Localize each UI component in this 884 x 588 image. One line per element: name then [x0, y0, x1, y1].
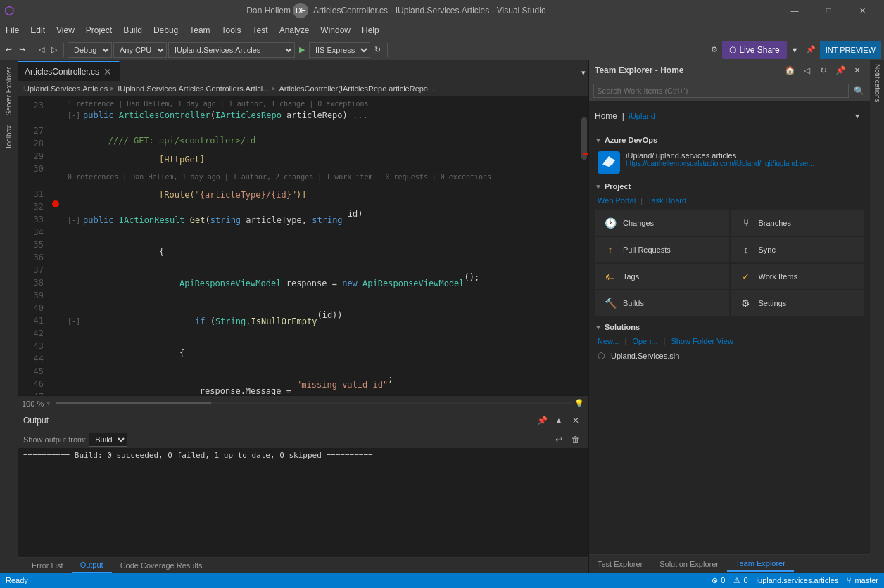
branches-label: Branches: [759, 219, 791, 227]
task-board-link[interactable]: Task Board: [648, 196, 686, 205]
tags-button[interactable]: 🏷 Tags: [595, 264, 729, 289]
maximize-button[interactable]: □: [812, 0, 845, 21]
output-expand-button[interactable]: ▲: [552, 414, 566, 428]
branches-button[interactable]: ⑂ Branches: [731, 210, 865, 236]
menu-build[interactable]: Build: [118, 21, 148, 39]
output-wrap-button[interactable]: ↩: [552, 433, 566, 447]
azure-collapse-icon[interactable]: ▼: [595, 136, 602, 144]
menu-analyze[interactable]: Analyze: [274, 21, 315, 39]
solutions-section-title: Solutions: [605, 323, 640, 331]
run-config-dropdown[interactable]: IIS Express: [309, 42, 370, 58]
new-solution-link[interactable]: New...: [598, 337, 619, 345]
solution-icon: ⬡: [598, 351, 605, 361]
tab-solution-explorer[interactable]: Solution Explorer: [651, 556, 727, 572]
menu-test[interactable]: Test: [247, 21, 274, 39]
search-button[interactable]: 🔍: [852, 84, 866, 98]
menu-tools[interactable]: Tools: [216, 21, 247, 39]
expand-35[interactable]: [-]: [68, 315, 80, 328]
status-project[interactable]: iupland.services.articles: [757, 576, 839, 584]
avatar: DH: [293, 3, 308, 18]
redo-button[interactable]: ↪: [16, 41, 28, 58]
builds-button[interactable]: 🔨 Builds: [595, 290, 729, 316]
path-segment-3[interactable]: ArticlesController(IArticlesRepo article…: [279, 84, 434, 93]
expand-23[interactable]: [-]: [68, 109, 80, 122]
solutions-collapse-icon[interactable]: ▼: [595, 324, 602, 331]
notifications-icon[interactable]: Notifications: [871, 61, 884, 105]
tab-team-explorer[interactable]: Team Explorer: [727, 556, 794, 572]
int-preview-button[interactable]: INT PREVIEW: [820, 41, 881, 59]
path-segment-1[interactable]: IUpland.Services.Articles: [22, 84, 108, 93]
output-close-button[interactable]: ✕: [569, 414, 583, 428]
warning-icon: ⚠: [733, 576, 740, 585]
output-pin-button[interactable]: 📌: [535, 414, 549, 428]
refresh-button[interactable]: ↻: [372, 41, 384, 58]
minimize-button[interactable]: —: [778, 0, 811, 21]
web-portal-link[interactable]: Web Portal: [598, 196, 636, 205]
show-folder-link[interactable]: Show Folder View: [671, 337, 733, 345]
home-expand-button[interactable]: ▾: [850, 109, 864, 123]
menu-view[interactable]: View: [51, 21, 80, 39]
repo-url[interactable]: https://danhellem.visualstudio.com/iUpla…: [626, 160, 861, 167]
changes-button[interactable]: 🕐 Changes: [595, 210, 729, 236]
project-dropdown[interactable]: IUpland.Services.Articles: [168, 42, 295, 58]
settings-button[interactable]: ⚙ Settings: [731, 290, 865, 316]
status-branch[interactable]: ⑂ master: [847, 576, 878, 584]
zoom-level[interactable]: 100 %: [22, 400, 44, 408]
open-solution-link[interactable]: Open...: [632, 337, 657, 345]
search-input[interactable]: [593, 84, 849, 98]
scroll-thumb-h[interactable]: [56, 402, 211, 404]
editor-scrollbar[interactable]: [580, 96, 588, 395]
pin-button[interactable]: 📌: [803, 41, 819, 58]
solution-file-item[interactable]: ⬡ IUpland.Services.sln: [589, 348, 870, 364]
menu-debug[interactable]: Debug: [148, 21, 184, 39]
status-errors[interactable]: ⊗ 0: [712, 576, 725, 585]
close-button[interactable]: ✕: [846, 0, 878, 21]
sidebar-item-toolbox[interactable]: Toolbox: [4, 121, 14, 153]
menu-window[interactable]: Window: [315, 21, 356, 39]
run-button[interactable]: ▶: [296, 41, 308, 58]
output-title: Output: [23, 416, 49, 426]
pull-requests-button[interactable]: ↑ Pull Requests: [595, 237, 729, 262]
path-segment-2[interactable]: IUpland.Services.Articles.Controllers.Ar…: [118, 84, 269, 93]
filter-button[interactable]: ▼: [788, 41, 802, 58]
menu-edit[interactable]: Edit: [25, 21, 51, 39]
pin-te-button[interactable]: 📌: [833, 63, 847, 77]
scroll-tabs-button[interactable]: ▾: [579, 64, 588, 81]
code-editor[interactable]: 23 _ 27 28 29 30 _ 31 32 33 34 35 36 37 …: [18, 96, 588, 395]
breakpoint-indicator: [52, 200, 59, 207]
tab-code-coverage[interactable]: Code Coverage Results: [112, 558, 211, 573]
tab-test-explorer[interactable]: Test Explorer: [589, 556, 651, 572]
live-share-button[interactable]: ⬡ Live Share: [722, 41, 786, 59]
home-button[interactable]: 🏠: [783, 63, 797, 77]
menu-help[interactable]: Help: [356, 21, 385, 39]
expand-31[interactable]: [-]: [68, 214, 80, 226]
nav-back-button[interactable]: ◁: [36, 41, 47, 58]
output-clear-button[interactable]: 🗑: [569, 433, 583, 447]
branches-icon: ⑂: [739, 216, 753, 230]
undo-button[interactable]: ↩: [3, 41, 15, 58]
status-ready[interactable]: Ready: [6, 576, 28, 584]
menu-bar: File Edit View Project Build Debug Team …: [0, 21, 884, 39]
menu-project[interactable]: Project: [80, 21, 118, 39]
menu-team[interactable]: Team: [184, 21, 215, 39]
close-te-button[interactable]: ✕: [850, 63, 864, 77]
code-content-area[interactable]: 1 reference | Dan Hellem, 1 day ago | 1 …: [62, 96, 580, 395]
sidebar-item-server-explorer[interactable]: Server Explorer: [4, 63, 14, 120]
lightbulb-icon[interactable]: 💡: [574, 399, 584, 408]
nav-forward-button[interactable]: ▷: [49, 41, 60, 58]
tab-close-button[interactable]: ✕: [103, 66, 112, 77]
platform-dropdown[interactable]: Any CPU: [113, 42, 167, 58]
sync-button[interactable]: ↕ Sync: [731, 237, 865, 262]
status-warnings[interactable]: ⚠ 0: [733, 576, 747, 585]
refresh-te-button[interactable]: ↻: [816, 63, 831, 77]
tab-error-list[interactable]: Error List: [23, 558, 72, 573]
toolbar-action-1[interactable]: ⚙: [708, 41, 721, 58]
editor-tab-articles-controller[interactable]: ArticlesController.cs ✕: [18, 61, 120, 81]
output-source-dropdown[interactable]: Build: [89, 433, 127, 447]
config-dropdown[interactable]: Debug: [68, 42, 112, 58]
work-items-button[interactable]: ✓ Work Items: [731, 264, 865, 289]
project-collapse-icon[interactable]: ▼: [595, 183, 602, 191]
menu-file[interactable]: File: [0, 21, 25, 39]
tab-output[interactable]: Output: [72, 558, 112, 573]
back-button[interactable]: ◁: [800, 63, 814, 77]
